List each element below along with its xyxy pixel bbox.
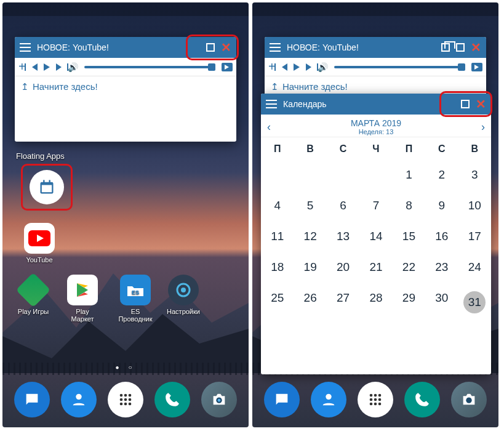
previous-icon[interactable] [32, 63, 38, 71]
play-market-icon [67, 275, 98, 305]
svg-point-16 [120, 398, 123, 401]
close-icon[interactable]: ✕ [471, 43, 481, 52]
app-settings[interactable]: Настройки [165, 275, 202, 315]
calendar-day-cell[interactable]: 23 [425, 252, 458, 283]
calendar-day-cell[interactable]: 12 [294, 221, 326, 252]
calendar-day-cell[interactable]: 20 [327, 252, 359, 283]
window-body[interactable]: ↥ Начните здесь! [15, 76, 236, 97]
calendar-day-cell [359, 159, 392, 190]
calendar-day-cell[interactable]: 3 [458, 159, 491, 190]
app-play-games[interactable]: Play Игры [15, 275, 52, 315]
speaker-icon[interactable]: 🔊 [68, 62, 78, 72]
app-youtube[interactable]: YouTube [21, 223, 58, 264]
dock-phone[interactable] [154, 382, 190, 417]
calendar-day-cell[interactable]: 30 [425, 283, 458, 322]
calendar-day-cell [261, 159, 294, 190]
previous-icon[interactable] [282, 63, 287, 71]
calendar-bubble-icon[interactable] [30, 170, 64, 204]
dock-messages[interactable] [264, 382, 300, 417]
calendar-day-header: Ч [359, 137, 392, 159]
hamburger-icon[interactable] [266, 100, 277, 108]
calendar-week: Неделя: 13 [351, 128, 401, 135]
maximize-icon[interactable] [461, 100, 470, 108]
play-icon[interactable] [44, 63, 50, 71]
volume-slider[interactable] [334, 66, 465, 68]
volume-slider[interactable] [84, 66, 215, 68]
prev-month-icon[interactable]: ‹ [267, 121, 271, 134]
video-icon[interactable] [471, 63, 482, 71]
calendar-day-header: С [425, 137, 458, 159]
hamburger-icon[interactable] [20, 43, 31, 52]
calendar-day-cell[interactable]: 24 [458, 252, 491, 283]
app-label: Настройки [167, 308, 200, 315]
calendar-day-cell[interactable]: 8 [393, 190, 425, 221]
dock-contacts[interactable] [61, 382, 97, 417]
calendar-day-cell[interactable]: 16 [425, 221, 458, 252]
calendar-day-cell[interactable]: 31 [458, 283, 491, 322]
svg-point-17 [124, 398, 127, 401]
dock-phone[interactable] [404, 382, 440, 417]
app-es-explorer[interactable]: ES ES Проводник [113, 275, 158, 323]
next-icon[interactable] [56, 63, 62, 71]
video-icon[interactable] [222, 63, 233, 71]
close-icon[interactable]: ✕ [476, 100, 486, 108]
calendar-day-cell[interactable]: 19 [294, 252, 326, 283]
calendar-day-cell[interactable]: 27 [327, 283, 359, 322]
play-icon[interactable] [294, 63, 300, 71]
dock-apps[interactable] [358, 382, 393, 417]
svg-point-27 [378, 394, 382, 397]
maximize-icon[interactable] [206, 43, 215, 52]
next-icon[interactable] [306, 63, 311, 71]
dock-messages[interactable] [14, 382, 50, 417]
maximize-icon[interactable] [456, 43, 465, 52]
svg-point-24 [326, 394, 331, 400]
app-play-market[interactable]: Play Маркет [64, 275, 101, 323]
dock-camera[interactable] [451, 382, 487, 417]
calendar-day-cell[interactable]: 4 [261, 190, 294, 221]
close-icon[interactable]: ✕ [221, 43, 231, 52]
calendar-day-cell[interactable]: 14 [359, 221, 392, 252]
hamburger-icon[interactable] [270, 43, 281, 52]
calendar-day-header: С [327, 137, 359, 159]
floating-window-youtube[interactable]: НОВОЕ: YouTube! ✕ + 🔊 ↥ Начните здесь! [265, 37, 486, 99]
window-header[interactable]: НОВОЕ: YouTube! ✕ [265, 37, 486, 58]
dock-camera[interactable] [201, 382, 237, 417]
calendar-day-cell[interactable]: 21 [359, 252, 392, 283]
dock-apps[interactable] [108, 382, 143, 417]
placeholder-text: Начните здесь! [33, 81, 98, 92]
speaker-icon[interactable]: 🔊 [318, 62, 328, 72]
calendar-day-cell[interactable]: 9 [425, 190, 458, 221]
calendar-day-cell[interactable]: 29 [393, 283, 425, 322]
calendar-day-cell[interactable]: 28 [359, 283, 392, 322]
calendar-day-cell[interactable]: 22 [393, 252, 425, 283]
floating-window-youtube[interactable]: НОВОЕ: YouTube! ✕ + 🔊 ↥ Начните здесь! [15, 37, 236, 142]
calendar-day-cell[interactable]: 11 [261, 221, 294, 252]
floating-window-calendar[interactable]: Календарь ✕ ‹ МАРТА 2019 Неделя: 13 › ПВ… [261, 94, 491, 374]
calendar-day-cell[interactable]: 5 [294, 190, 326, 221]
media-toolbar: + 🔊 [15, 58, 236, 76]
calendar-day-cell[interactable]: 13 [327, 221, 359, 252]
window-header[interactable]: Календарь ✕ [261, 94, 491, 115]
dock-contacts[interactable] [311, 382, 346, 417]
restore-icon[interactable] [441, 43, 450, 52]
calendar-day-cell[interactable]: 15 [393, 221, 425, 252]
calendar-day-cell[interactable]: 18 [261, 252, 294, 283]
calendar-day-cell[interactable]: 10 [458, 190, 491, 221]
floating-app-bubble[interactable] [30, 170, 64, 204]
calendar-day-cell[interactable]: 25 [261, 283, 294, 322]
svg-rect-3 [49, 180, 50, 183]
calendar-day-cell[interactable]: 1 [393, 159, 425, 190]
window-title: НОВОЕ: YouTube! [287, 42, 435, 52]
calendar-day-cell[interactable]: 2 [425, 159, 458, 190]
calendar-day-cell[interactable]: 26 [294, 283, 326, 322]
svg-point-13 [120, 394, 123, 397]
calendar-day-cell[interactable]: 6 [327, 190, 359, 221]
svg-point-34 [466, 398, 471, 403]
settings-icon [168, 275, 199, 305]
calendar-day-cell[interactable]: 17 [458, 221, 491, 252]
up-arrow-icon: ↥ [271, 81, 279, 92]
svg-point-12 [76, 394, 81, 400]
next-month-icon[interactable]: › [481, 121, 485, 134]
calendar-day-cell[interactable]: 7 [359, 190, 392, 221]
window-header[interactable]: НОВОЕ: YouTube! ✕ [15, 37, 236, 58]
